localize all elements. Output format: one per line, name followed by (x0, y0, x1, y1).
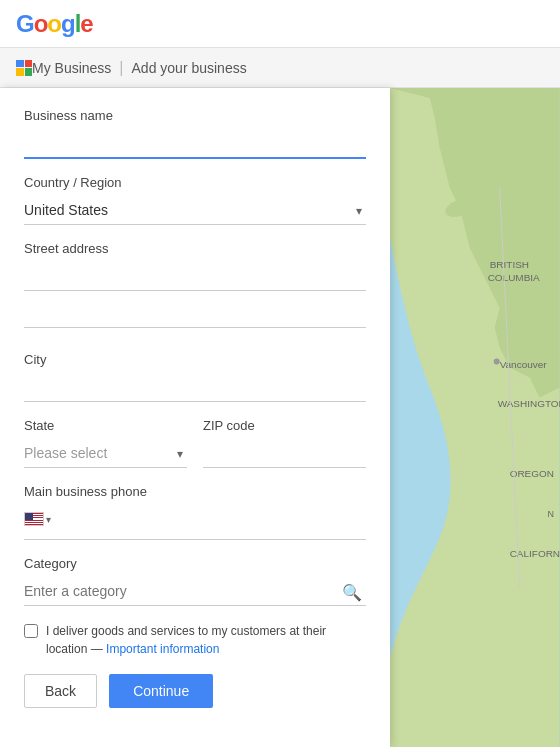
street-label: Street address (24, 241, 366, 256)
form-panel: Business name Country / Region United St… (0, 88, 390, 747)
zip-input[interactable] (203, 439, 366, 468)
category-group: Category 🔍 (24, 556, 366, 606)
state-label: State (24, 418, 187, 433)
street-address-group: Street address (24, 241, 366, 336)
header: Google (0, 0, 560, 48)
category-wrapper: 🔍 (24, 577, 366, 606)
country-region-group: Country / Region United States Canada Un… (24, 175, 366, 225)
phone-input[interactable] (59, 505, 366, 533)
delivery-checkbox-row: I deliver goods and services to my custo… (24, 622, 366, 658)
svg-text:COLUMBIA: COLUMBIA (488, 272, 540, 283)
zip-column: ZIP code (203, 418, 366, 468)
svg-text:BRITISH: BRITISH (490, 259, 529, 270)
us-flag-icon (24, 512, 44, 526)
my-business-bar: My Business | Add your business (0, 48, 560, 88)
main-content: BRITISH COLUMBIA Vancouver WASHINGTON OR… (0, 88, 560, 747)
svg-point-6 (494, 359, 500, 365)
separator: | (119, 59, 123, 77)
state-select-wrapper: Please select Alabama Alaska Arizona Cal… (24, 439, 187, 468)
back-button[interactable]: Back (24, 674, 97, 708)
country-label: Country / Region (24, 175, 366, 190)
country-select-wrapper: United States Canada United Kingdom Aust… (24, 196, 366, 225)
delivery-checkbox[interactable] (24, 624, 38, 638)
biz-icon (16, 60, 32, 76)
continue-button[interactable]: Continue (109, 674, 213, 708)
svg-text:OREGON: OREGON (510, 468, 554, 479)
state-select[interactable]: Please select Alabama Alaska Arizona Cal… (24, 439, 187, 468)
google-logo: Google (16, 10, 93, 38)
city-group: City (24, 352, 366, 402)
button-row: Back Continue (24, 674, 366, 708)
phone-group: Main business phone ▾ (24, 484, 366, 540)
city-input[interactable] (24, 373, 366, 402)
phone-label: Main business phone (24, 484, 366, 499)
zip-label: ZIP code (203, 418, 366, 433)
phone-country-flag[interactable]: ▾ (24, 512, 51, 526)
country-select[interactable]: United States Canada United Kingdom Aust… (24, 196, 366, 225)
business-name-input[interactable] (24, 129, 366, 159)
svg-text:WASHINGTON: WASHINGTON (498, 399, 560, 410)
phone-row: ▾ (24, 505, 366, 540)
important-information-link[interactable]: Important information (106, 642, 219, 656)
state-zip-group: State Please select Alabama Alaska Arizo… (24, 418, 366, 468)
page-title: Add your business (132, 60, 247, 76)
svg-text:CALIFORN: CALIFORN (510, 548, 560, 559)
category-input[interactable] (24, 577, 366, 606)
phone-chevron-icon: ▾ (46, 514, 51, 525)
business-name-label: Business name (24, 108, 366, 123)
category-label: Category (24, 556, 366, 571)
biz-title-label: My Business (32, 60, 111, 76)
city-label: City (24, 352, 366, 367)
checkbox-label: I deliver goods and services to my custo… (46, 622, 366, 658)
svg-text:N: N (548, 509, 554, 519)
street-address-line2[interactable] (24, 299, 366, 328)
business-name-group: Business name (24, 108, 366, 159)
svg-text:Vancouver: Vancouver (500, 359, 548, 370)
state-column: State Please select Alabama Alaska Arizo… (24, 418, 187, 468)
street-address-line1[interactable] (24, 262, 366, 291)
